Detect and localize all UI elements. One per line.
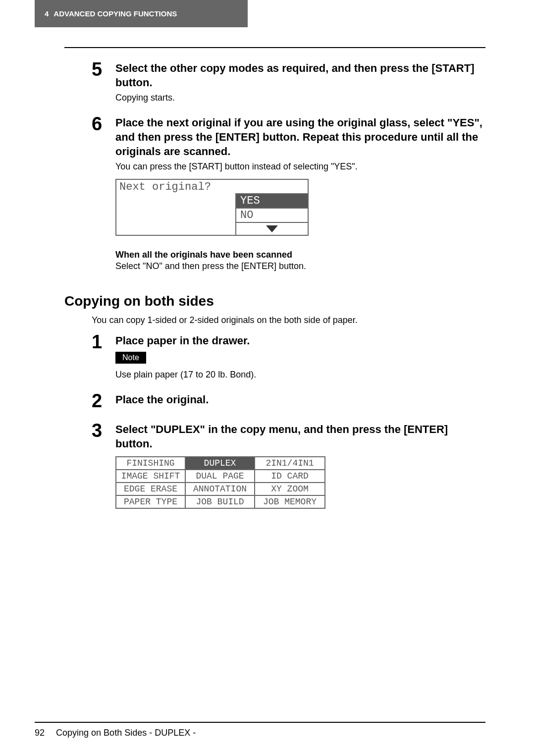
footer-caption: Copying on Both Sides - DUPLEX - (56, 728, 196, 738)
step-3: 3 Select "DUPLEX" in the copy menu, and … (92, 421, 485, 508)
menu-cell: PAPER TYPE (116, 496, 186, 508)
step-text: You can press the [START] button instead… (115, 161, 485, 172)
step-body: Select "DUPLEX" in the copy menu, and th… (115, 421, 485, 508)
footer-text: 92 Copying on Both Sides - DUPLEX - (35, 728, 485, 738)
step-title: Place the original. (115, 393, 485, 407)
step-5: 5 Select the other copy modes as require… (92, 60, 485, 104)
step-title: Place the next original if you are using… (115, 116, 485, 159)
step-body: Place the next original if you are using… (115, 114, 485, 271)
menu-cell: FINISHING (116, 457, 186, 470)
lcd-panel: Next original? YES NO (115, 179, 309, 236)
menu-cell: ANNOTATION (186, 483, 255, 496)
lcd-display: Next original? YES NO (115, 179, 485, 236)
chapter-number: 4 (45, 9, 49, 18)
scanned-text: Select "NO" and then press the [ENTER] b… (115, 261, 485, 271)
chapter-title: ADVANCED COPYING FUNCTIONS (54, 9, 177, 18)
step-number: 1 (92, 332, 109, 351)
down-arrow-cell (235, 222, 308, 235)
page-number: 92 (35, 728, 45, 738)
top-rule (64, 47, 485, 48)
menu-cell: DUPLEX (186, 457, 255, 470)
page-content: 5 Select the other copy modes as require… (64, 47, 485, 520)
menu-cell: JOB MEMORY (255, 496, 324, 508)
step-body: Place the original. (115, 391, 485, 407)
step-text: Copying starts. (115, 92, 485, 104)
step-body: Select the other copy modes as required,… (115, 60, 485, 104)
note-text: Use plain paper (17 to 20 lb. Bond). (115, 369, 485, 380)
lcd-prompt: Next original? (116, 180, 308, 193)
menu-cell: XY ZOOM (255, 483, 324, 496)
page-footer: 92 Copying on Both Sides - DUPLEX - (35, 722, 485, 738)
step-number: 6 (92, 114, 109, 133)
step-body: Place paper in the drawer. Note Use plai… (115, 332, 485, 381)
section-intro: You can copy 1-sided or 2-sided original… (92, 315, 485, 325)
step-title: Select "DUPLEX" in the copy menu, and th… (115, 423, 485, 451)
step-title: Place paper in the drawer. (115, 334, 485, 348)
step-6: 6 Place the next original if you are usi… (92, 114, 485, 271)
step-title: Select the other copy modes as required,… (115, 61, 485, 90)
footer-rule (35, 722, 485, 723)
step-number: 3 (92, 421, 109, 440)
menu-cell: 2IN1/4IN1 (255, 457, 324, 470)
scanned-heading: When all the originals have been scanned (115, 250, 485, 260)
menu-cell: JOB BUILD (186, 496, 255, 508)
section-title: Copying on both sides (64, 293, 485, 309)
note-label: Note (115, 352, 146, 364)
menu-cell: IMAGE SHIFT (116, 470, 186, 483)
option-no: NO (235, 208, 308, 222)
option-yes: YES (235, 193, 308, 208)
menu-cell: DUAL PAGE (186, 470, 255, 483)
chevron-down-icon (266, 225, 278, 232)
step-number: 2 (92, 391, 109, 410)
chapter-header: 4 ADVANCED COPYING FUNCTIONS (35, 0, 248, 27)
step-1: 1 Place paper in the drawer. Note Use pl… (92, 332, 485, 381)
menu-cell: ID CARD (255, 470, 324, 483)
step-2: 2 Place the original. (92, 391, 485, 410)
menu-cell: EDGE ERASE (116, 483, 186, 496)
step-number: 5 (92, 60, 109, 79)
copy-menu-grid: FINISHINGDUPLEX2IN1/4IN1IMAGE SHIFTDUAL … (115, 456, 325, 509)
